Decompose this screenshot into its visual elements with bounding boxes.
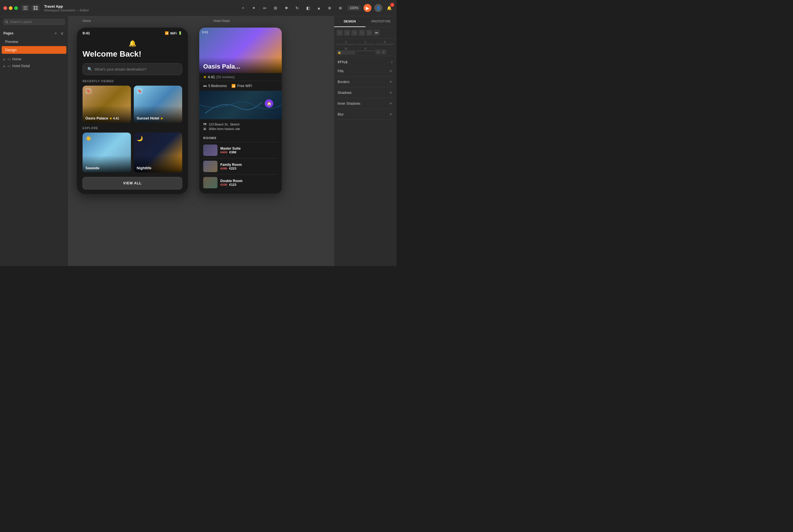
svg-point-7 [5, 20, 7, 22]
svg-rect-4 [36, 6, 38, 8]
search-layers-input-wrap[interactable] [3, 19, 65, 25]
distribute-v-icon[interactable]: ⬛ [366, 30, 372, 36]
align-center-icon[interactable]: ⬛ [344, 30, 350, 36]
sunset-hotel-card[interactable]: 🔖 Sunset Hotel ★ [134, 86, 182, 122]
x-coord: X [336, 41, 355, 45]
landmark-icon: 🏛 [203, 127, 206, 131]
w-value[interactable]: 🔒 [336, 50, 355, 55]
traffic-lights [3, 6, 18, 10]
distribute-h-icon[interactable]: ⬛ [358, 30, 365, 36]
add-border-button[interactable]: ＋ [389, 79, 393, 85]
search-bar-icon: 🔍 [87, 67, 92, 71]
design-tab[interactable]: DESIGN [334, 16, 366, 27]
layers-section: ▶ ▭ Home ▶ ▭ Hotel Detail [0, 54, 68, 71]
style-chevron-icon[interactable]: ∨ [390, 60, 393, 64]
flatten-tool[interactable]: ⊕ [326, 4, 334, 12]
svg-rect-5 [34, 8, 35, 10]
add-button[interactable]: ＋ [239, 4, 247, 12]
layer-label-hotel: Hotel Detail [12, 64, 30, 68]
oasis-palace-card-label: Oasis Palace ★ 4.41 [86, 116, 119, 120]
explore-label: EXPLORE [77, 122, 188, 133]
shadows-row: Shadows ＋ [336, 87, 394, 98]
star-icon-2: ★ [160, 117, 163, 120]
star-icon: ★ [109, 117, 113, 120]
layer-item-hotel-detail[interactable]: ▶ ▭ Hotel Detail [0, 62, 68, 70]
room-family[interactable]: Family Room €285 €223 [203, 158, 278, 174]
notification-badge: 1 [390, 3, 394, 7]
h-label: H [356, 47, 374, 50]
room-new-price-double: €123 [229, 183, 236, 186]
rotate-tool[interactable]: ↻ [293, 4, 301, 12]
window-icons [21, 5, 40, 11]
grid-view-icon[interactable] [32, 5, 40, 11]
address-item: 🗺 123 Beach St., Sketch [203, 122, 278, 127]
position-coords: X Y R [334, 38, 396, 46]
wifi-amenity: 📶 Free WiFi [232, 84, 252, 88]
x-value[interactable] [336, 44, 355, 45]
more-options-icon[interactable]: ••• [373, 30, 380, 36]
w-dim: W 🔒 [336, 47, 355, 55]
fullscreen-button[interactable] [14, 6, 18, 10]
signal-icon: 📶 [165, 31, 169, 35]
room-info-double: Double Room €235 €123 [220, 179, 278, 186]
pages-header: Pages ＋ ∨ [0, 28, 68, 38]
destination-search-bar[interactable]: 🔍 What's your dream destination? [82, 63, 182, 75]
wifi-label: Free WiFi [237, 84, 252, 88]
mask-tool[interactable]: ◧ [304, 4, 312, 12]
blur-label: Blur [337, 112, 344, 116]
page-item-design[interactable]: Design [2, 46, 66, 54]
user-avatar[interactable]: 👤 [374, 4, 382, 12]
style-section: STYLE ∨ Fills ＋ Borders ＋ Shadows ＋ Inne… [334, 56, 396, 122]
map-location-pin: 🏠 [265, 99, 273, 108]
zoom-control[interactable]: 100% [347, 5, 361, 11]
minimize-button[interactable] [9, 6, 13, 10]
recently-viewed-cards: 🔖 Oasis Palace ★ 4.41 🔖 Sunset Hotel ★ [77, 86, 188, 122]
flip-v-icon[interactable]: ↕ [381, 50, 386, 55]
add-inner-shadow-button[interactable]: ＋ [389, 100, 393, 107]
distance-text: 300m from historic site [209, 127, 240, 131]
dimension-inputs: W 🔒 H ↔ ↕ [334, 46, 396, 56]
align-right-icon[interactable]: ⬛ [351, 30, 357, 36]
bool-tool[interactable]: ▲ [315, 4, 323, 12]
nightlife-card[interactable]: 🌙 Nightlife [134, 133, 182, 172]
room-master-suite[interactable]: Master Suite €499 €388 [203, 142, 278, 158]
layer-item-home[interactable]: ▶ ▭ Home [0, 56, 68, 62]
room-double[interactable]: Double Room €235 €123 [203, 174, 278, 191]
oasis-palace-card[interactable]: 🔖 Oasis Palace ★ 4.41 [82, 86, 131, 122]
y-value[interactable] [356, 44, 374, 45]
component-tool[interactable]: ❖ [282, 4, 290, 12]
welcome-heading: Welcome Back! [77, 50, 188, 63]
hotel-hero-image: 9:41 Oasis Pala... [199, 27, 282, 73]
room-price-family: €285 €223 [220, 167, 278, 170]
close-button[interactable] [3, 6, 7, 10]
nightlife-label: Nightlife [136, 166, 151, 170]
scale-tool[interactable]: ⇔ [261, 4, 269, 12]
room-name-master: Master Suite [220, 147, 278, 151]
notification-button[interactable]: 🔔 1 [385, 4, 393, 12]
add-shadow-button[interactable]: ＋ [389, 90, 393, 96]
symbol-tool[interactable]: ⊗ [336, 4, 345, 12]
window-mode-icon[interactable] [21, 5, 29, 11]
align-left-icon[interactable]: ⬛ [336, 30, 343, 36]
view-all-button[interactable]: VIEW ALL [82, 177, 182, 189]
prototype-tab[interactable]: PROTOTYPE [366, 16, 397, 27]
flip-h-icon[interactable]: ↔ [375, 50, 381, 55]
seaside-card[interactable]: ☀️ Seaside [82, 133, 131, 172]
move-tool[interactable]: ✦ [250, 4, 258, 12]
canvas[interactable]: Home Hotel Detail 9:41 📶 WiFi 🔋 🔔 Welcom… [68, 16, 334, 266]
pages-chevron[interactable]: ∨ [59, 31, 64, 36]
hotel-status-time: 9:41 [202, 31, 208, 34]
add-blur-button[interactable]: ＋ [389, 111, 393, 117]
chevron-right-icon-2: ▶ [3, 64, 6, 68]
r-coord: R [375, 41, 394, 45]
h-value[interactable] [356, 50, 374, 52]
page-item-preview[interactable]: Preview [2, 38, 66, 45]
moon-icon: 🌙 [136, 135, 143, 142]
room-thumb-double [203, 177, 218, 188]
search-layers-input[interactable] [10, 20, 63, 24]
r-value[interactable] [375, 44, 394, 45]
frame-tool[interactable]: ⊞ [272, 4, 279, 12]
play-button[interactable]: ▶ [364, 4, 371, 12]
add-page-button[interactable]: ＋ [53, 31, 58, 36]
add-fill-button[interactable]: ＋ [389, 68, 393, 74]
